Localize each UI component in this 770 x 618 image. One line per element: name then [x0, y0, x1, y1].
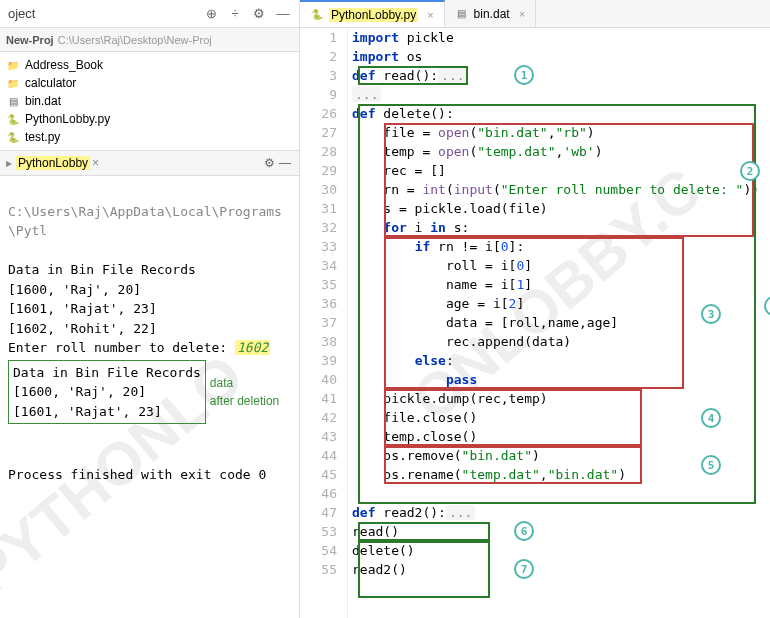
run-panel-title: ▸ PythonLobby × ⚙ —	[0, 150, 299, 176]
code-line: def read():...	[352, 66, 770, 85]
breadcrumb: New-Proj C:\Users\Raj\Desktop\New-Proj	[0, 28, 299, 52]
project-label: oject	[8, 6, 35, 21]
line-number: 30	[300, 180, 337, 199]
run-arrow-icon[interactable]: ▸	[6, 156, 12, 170]
run-config-name: PythonLobby	[16, 156, 90, 170]
console-path: C:\Users\Raj\AppData\Local\Programs\Pytl	[8, 202, 291, 241]
line-number: 27	[300, 123, 337, 142]
line-number: 54	[300, 541, 337, 560]
line-number: 47	[300, 503, 337, 522]
tree-item-label: test.py	[25, 130, 60, 144]
code-line: rec.append(data)	[352, 332, 770, 351]
line-number: 42	[300, 408, 337, 427]
hide-icon[interactable]: —	[277, 155, 293, 171]
code-line: read()	[352, 522, 770, 541]
tab-label: bin.dat	[474, 7, 510, 21]
collapse-icon[interactable]: ÷	[227, 6, 243, 22]
python-icon: 🐍	[6, 130, 20, 144]
code-line: pass	[352, 370, 770, 389]
line-number: 31	[300, 199, 337, 218]
code-line: file = open("bin.dat","rb")	[352, 123, 770, 142]
tree-item-label: Address_Book	[25, 58, 103, 72]
line-number: 45	[300, 465, 337, 484]
tree-item-label: calculator	[25, 76, 76, 90]
code-line: s = pickle.load(file)	[352, 199, 770, 218]
line-number: 40	[300, 370, 337, 389]
gear-icon[interactable]: ⚙	[251, 6, 267, 22]
code-line: delete()	[352, 541, 770, 560]
python-icon: 🐍	[310, 8, 324, 22]
code-content[interactable]: 1 A 2 3 4 5 6 7 import pickleimport osde…	[348, 28, 770, 618]
code-line: temp.close()	[352, 427, 770, 446]
tree-item-dir[interactable]: 📁calculator	[0, 74, 299, 92]
hide-icon[interactable]: —	[275, 6, 291, 22]
annotation-label: data after deletion	[210, 374, 279, 410]
callout-1: 1	[514, 65, 534, 85]
output-line: [1601, 'Rajat', 23]	[8, 301, 157, 316]
code-line: else:	[352, 351, 770, 370]
breadcrumb-path: C:\Users\Raj\Desktop\New-Proj	[58, 34, 212, 46]
output-line: Enter roll number to delete:	[8, 340, 235, 355]
line-number: 29	[300, 161, 337, 180]
line-number: 32	[300, 218, 337, 237]
close-icon[interactable]: ×	[427, 9, 433, 21]
code-line: if rn != i[0]:	[352, 237, 770, 256]
code-line: for i in s:	[352, 218, 770, 237]
callout-3: 3	[701, 304, 721, 324]
output-line: [1602, 'Rohit', 22]	[8, 321, 157, 336]
close-icon[interactable]: ×	[519, 8, 525, 20]
code-line: pickle.dump(rec,temp)	[352, 389, 770, 408]
close-tab-icon[interactable]: ×	[92, 156, 99, 170]
tree-item-label: PythonLobby.py	[25, 112, 110, 126]
code-line: import os	[352, 47, 770, 66]
tab-bindat[interactable]: ▤ bin.dat ×	[445, 0, 536, 27]
editor-pane: 🐍 PythonLobby.py × ▤ bin.dat × 123926272…	[300, 0, 770, 618]
line-number: 41	[300, 389, 337, 408]
line-number: 36	[300, 294, 337, 313]
line-number: 53	[300, 522, 337, 541]
code-line: roll = i[0]	[352, 256, 770, 275]
tree-item-label: bin.dat	[25, 94, 61, 108]
code-line: rec = []	[352, 161, 770, 180]
breadcrumb-project[interactable]: New-Proj	[6, 34, 54, 46]
folder-icon: 📁	[6, 58, 20, 72]
code-line: rn = int(input("Enter roll number to del…	[352, 180, 770, 199]
user-input: 1602	[235, 340, 270, 355]
line-number: 35	[300, 275, 337, 294]
line-number: 44	[300, 446, 337, 465]
output-line: Data in Bin File Records	[8, 262, 196, 277]
output-line: [1600, 'Raj', 20]	[13, 384, 146, 399]
tree-item-file[interactable]: 🐍PythonLobby.py	[0, 110, 299, 128]
project-pane: oject ⊕ ÷ ⚙ — New-Proj C:\Users\Raj\Desk…	[0, 0, 300, 618]
output-line: Data in Bin File Records	[13, 365, 201, 380]
line-number: 38	[300, 332, 337, 351]
python-icon: 🐍	[6, 112, 20, 126]
project-toolbar: oject ⊕ ÷ ⚙ —	[0, 0, 299, 28]
code-line: read2()	[352, 560, 770, 579]
folder-icon: 📁	[6, 76, 20, 90]
file-tree: 📁Address_Book 📁calculator ▤bin.dat 🐍Pyth…	[0, 52, 299, 150]
target-icon[interactable]: ⊕	[203, 6, 219, 22]
tree-item-dir[interactable]: 📁Address_Book	[0, 56, 299, 74]
code-line	[352, 484, 770, 503]
file-icon: ▤	[6, 94, 20, 108]
code-line: def delete():	[352, 104, 770, 123]
code-line: import pickle	[352, 28, 770, 47]
callout-6: 6	[514, 521, 534, 541]
callout-4: 4	[701, 408, 721, 428]
line-number: 39	[300, 351, 337, 370]
code-editor[interactable]: 1239262728293031323334353637383940414243…	[300, 28, 770, 618]
file-icon: ▤	[455, 7, 469, 21]
callout-5: 5	[701, 455, 721, 475]
after-delete-box: Data in Bin File Records [1600, 'Raj', 2…	[8, 360, 206, 425]
gear-icon[interactable]: ⚙	[261, 155, 277, 171]
tab-label: PythonLobby.py	[329, 8, 418, 22]
tree-item-file[interactable]: 🐍test.py	[0, 128, 299, 146]
line-number: 26	[300, 104, 337, 123]
tab-pythonlobby[interactable]: 🐍 PythonLobby.py ×	[300, 0, 445, 27]
exit-message: Process finished with exit code 0	[8, 467, 266, 482]
callout-2: 2	[740, 161, 760, 181]
line-number: 33	[300, 237, 337, 256]
line-number: 34	[300, 256, 337, 275]
tree-item-file[interactable]: ▤bin.dat	[0, 92, 299, 110]
